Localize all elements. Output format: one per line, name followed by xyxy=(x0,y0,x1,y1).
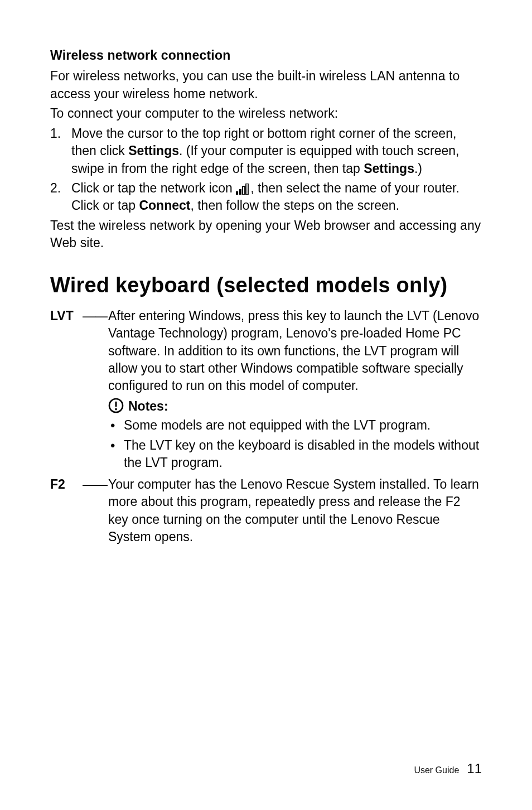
lvt-desc-col: After entering Windows, press this key t… xyxy=(108,307,482,474)
f2-label: F2 xyxy=(50,476,83,493)
lvt-description: After entering Windows, press this key t… xyxy=(108,307,482,394)
svg-point-6 xyxy=(115,408,117,411)
keyboard-key-list: LVT —— After entering Windows, press thi… xyxy=(50,307,482,546)
wireless-step-2: Click or tap the network icon , then sel… xyxy=(50,180,482,215)
note-2: The LVT key on the keyboard is disabled … xyxy=(108,437,482,472)
f2-dash: —— xyxy=(83,476,108,493)
step2-bold: Connect xyxy=(139,198,190,213)
wireless-outro: Test the wireless network by opening you… xyxy=(50,217,482,252)
f2-description: Your computer has the Lenovo Rescue Syst… xyxy=(108,476,482,546)
wireless-heading: Wireless network connection xyxy=(50,48,482,63)
svg-rect-2 xyxy=(243,186,245,195)
attention-icon xyxy=(108,398,124,413)
page-content: Wireless network connection For wireless… xyxy=(0,0,532,546)
wireless-intro: For wireless networks, you can use the b… xyxy=(50,68,482,103)
f2-row: F2 —— Your computer has the Lenovo Rescu… xyxy=(50,476,482,546)
notes-items: Some models are not equipped with the LV… xyxy=(108,417,482,471)
svg-rect-1 xyxy=(239,189,241,195)
network-signal-icon xyxy=(236,182,250,193)
step1-bold1: Settings xyxy=(128,143,179,158)
footer-page-number: 11 xyxy=(467,761,482,777)
svg-rect-5 xyxy=(115,402,117,407)
step1-bold2: Settings xyxy=(364,161,414,176)
note-1: Some models are not equipped with the LV… xyxy=(108,417,482,434)
wireless-instruction: To connect your computer to the wireless… xyxy=(50,105,482,123)
lvt-dash: —— xyxy=(83,307,108,325)
wireless-steps: Move the cursor to the top right or bott… xyxy=(50,125,482,214)
svg-rect-3 xyxy=(246,184,248,195)
step1-post: .) xyxy=(414,161,422,176)
lvt-row: LVT —— After entering Windows, press thi… xyxy=(50,307,482,474)
keyboard-heading: Wired keyboard (selected models only) xyxy=(50,273,482,297)
lvt-label: LVT xyxy=(50,307,83,325)
notes-block: Notes: xyxy=(108,398,482,414)
page-footer: User Guide 11 xyxy=(414,761,482,777)
step2-post: , then follow the steps on the screen. xyxy=(190,198,399,213)
footer-label: User Guide xyxy=(414,765,459,775)
step2-pre: Click or tap the network icon xyxy=(71,181,236,195)
notes-label: Notes: xyxy=(128,398,168,414)
svg-rect-0 xyxy=(236,191,238,195)
wireless-step-1: Move the cursor to the top right or bott… xyxy=(50,125,482,177)
